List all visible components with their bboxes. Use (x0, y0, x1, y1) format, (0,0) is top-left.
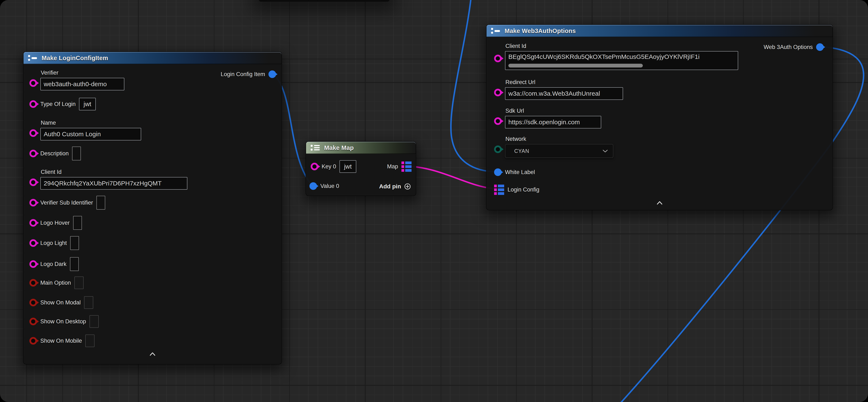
show-on-desktop-label: Show On Desktop (40, 318, 86, 325)
pin-verifier[interactable] (29, 79, 37, 87)
pin-sdk-url[interactable] (494, 117, 502, 125)
sdk-url-input[interactable]: https://sdk.openlogin.com (505, 116, 601, 128)
output-row-login-config-item: Login Config Item (221, 70, 276, 78)
node-title: Make LoginConfigItem (41, 55, 108, 62)
logo-light-input[interactable] (70, 236, 79, 250)
collapse-node-chevron-icon[interactable] (149, 352, 156, 357)
show-on-modal-checkbox[interactable] (84, 296, 93, 309)
verifier-sub-identifier-label: Verifier Sub Identifier (40, 200, 93, 206)
wire-map-to-login-config[interactable] (406, 166, 499, 189)
sdk-url-label: Sdk Url (505, 108, 601, 114)
pin-map-output[interactable] (401, 162, 411, 172)
offscreen-node-bottom-edge (259, 0, 390, 2)
make-map-icon (310, 144, 320, 151)
pin-redirect-url[interactable] (494, 89, 502, 96)
pin-key0[interactable] (311, 163, 318, 170)
textbox-scrollbar[interactable] (508, 64, 643, 67)
row-value0: Value 0 (309, 182, 339, 190)
blueprint-graph-canvas[interactable]: Make LoginConfigItem Login Config Item V… (0, 0, 868, 402)
pin-show-on-desktop[interactable] (29, 318, 37, 325)
row-verifier: Verifier web3auth-auth0-demo (29, 69, 124, 90)
verifier-sub-identifier-input[interactable] (96, 196, 105, 210)
make-struct-icon (28, 54, 38, 62)
circled-plus-icon (404, 183, 411, 190)
node-title: Make Web3AuthOptions (504, 28, 576, 34)
pin-show-on-mobile[interactable] (29, 337, 37, 345)
node-header-make-map[interactable]: Make Map (306, 142, 416, 154)
output-pin-label: Web 3Auth Options (764, 44, 813, 51)
row-redirect-url: Redirect Url w3a://com.w3a.Web3AuthUnrea… (494, 79, 623, 100)
pin-white-label[interactable] (494, 168, 502, 176)
pin-verifier-sub-identifier[interactable] (29, 199, 37, 206)
pin-network[interactable] (494, 145, 502, 153)
verifier-label: Verifier (41, 69, 124, 76)
logo-dark-input[interactable] (70, 257, 79, 271)
node-header-make-web3authoptions[interactable]: Make Web3AuthOptions (487, 25, 833, 37)
node-make-web3authoptions[interactable]: Make Web3AuthOptions Web 3Auth Options C… (486, 24, 833, 210)
row-logo-hover: Logo Hover (29, 216, 82, 230)
row-client-id: Client Id 294QRkchfq2YaXUbPri7D6PH7xzHgQ… (29, 169, 187, 190)
login-config-label: Login Config (507, 186, 539, 193)
row-key0: Key 0 jwt (311, 160, 356, 173)
pin-login-config-item-output[interactable] (269, 70, 276, 78)
pin-client-id[interactable] (494, 55, 502, 62)
white-label-label: White Label (505, 169, 535, 176)
row-type-of-login: Type Of Login jwt (29, 98, 96, 110)
key0-input[interactable]: jwt (339, 160, 356, 173)
map-pin-label: Map (387, 163, 398, 170)
chevron-down-icon (602, 149, 608, 153)
name-input[interactable]: Auth0 Custom Login (40, 128, 141, 140)
row-verifier-sub-identifier: Verifier Sub Identifier (29, 196, 105, 210)
pin-client-id[interactable] (29, 178, 37, 186)
client-id-input[interactable]: BEglQSgt4cUWcj6SKRdu5QkOXTsePmMcusG5EAoy… (505, 51, 738, 70)
make-struct-icon (491, 27, 501, 34)
row-description: Description (29, 147, 81, 161)
main-option-label: Main Option (40, 280, 71, 286)
pin-description[interactable] (29, 150, 37, 157)
row-sdk-url: Sdk Url https://sdk.openlogin.com (494, 108, 601, 128)
show-on-desktop-checkbox[interactable] (90, 315, 99, 328)
pin-login-config[interactable] (494, 184, 504, 195)
node-make-map[interactable]: Make Map Key 0 jwt Map Value 0 Add pin (306, 141, 416, 196)
type-of-login-label: Type Of Login (40, 101, 75, 108)
network-dropdown[interactable]: CYAN (505, 144, 613, 158)
show-on-mobile-checkbox[interactable] (85, 335, 95, 347)
value0-label: Value 0 (320, 183, 339, 190)
logo-hover-input[interactable] (73, 216, 82, 230)
client-id-input[interactable]: 294QRkchfq2YaXUbPri7D6PH7xzHgQMT (40, 177, 187, 190)
pin-type-of-login[interactable] (29, 100, 37, 108)
logo-hover-label: Logo Hover (40, 220, 70, 226)
pin-name[interactable] (29, 129, 37, 137)
description-input[interactable] (72, 147, 81, 161)
node-make-loginconfigitem[interactable]: Make LoginConfigItem Login Config Item V… (23, 52, 282, 364)
row-white-label: White Label (494, 168, 535, 176)
pin-logo-dark[interactable] (29, 260, 37, 268)
row-network: Network CYAN (494, 136, 613, 158)
pin-value0[interactable] (309, 182, 317, 190)
main-option-checkbox[interactable] (74, 277, 84, 289)
row-show-on-mobile: Show On Mobile (29, 335, 95, 347)
row-client-id: Client Id BEglQSgt4cUWcj6SKRdu5QkOXTsePm… (494, 43, 738, 70)
row-logo-dark: Logo Dark (29, 257, 79, 271)
pin-web3auth-options-output[interactable] (816, 43, 824, 51)
pin-logo-hover[interactable] (29, 219, 37, 227)
row-logo-light: Logo Light (29, 236, 79, 250)
add-pin-button[interactable]: Add pin (379, 183, 411, 190)
output-row-map: Map (387, 162, 411, 172)
pin-logo-light[interactable] (29, 239, 37, 247)
client-id-label: Client Id (505, 43, 738, 50)
node-title: Make Map (324, 144, 354, 151)
pin-show-on-modal[interactable] (29, 299, 37, 306)
description-label: Description (40, 150, 69, 157)
verifier-input[interactable]: web3auth-auth0-demo (40, 78, 124, 90)
redirect-url-input[interactable]: w3a://com.w3a.Web3AuthUnreal (505, 87, 623, 100)
output-pin-label: Login Config Item (221, 71, 265, 78)
pin-main-option[interactable] (29, 279, 37, 287)
type-of-login-input[interactable]: jwt (79, 98, 96, 110)
redirect-url-label: Redirect Url (505, 79, 623, 86)
row-name: Name Auth0 Custom Login (29, 120, 141, 140)
collapse-node-chevron-icon[interactable] (656, 201, 663, 206)
name-label: Name (41, 120, 141, 126)
node-header-make-loginconfigitem[interactable]: Make LoginConfigItem (24, 52, 281, 64)
client-id-label: Client Id (41, 169, 187, 175)
